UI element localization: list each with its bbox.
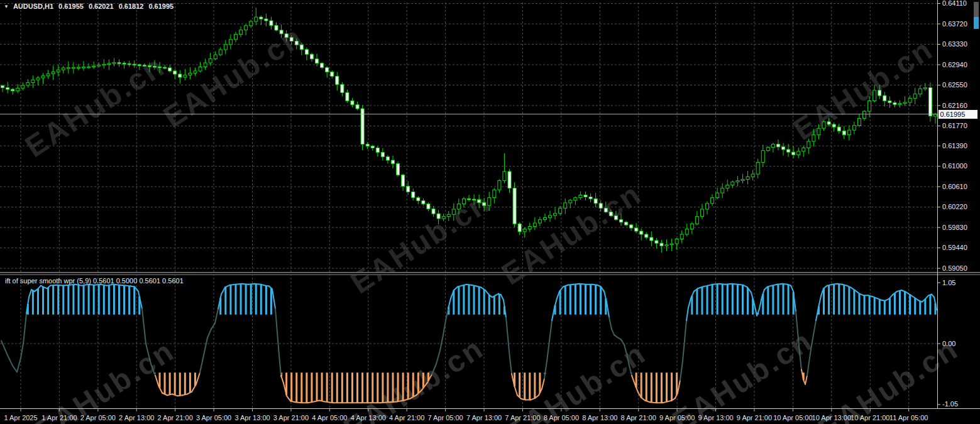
indicator-label: ift of super smooth wpr (5,9) 0.5601 0.5… <box>5 277 184 285</box>
price-axis-border <box>937 0 938 409</box>
price-axis-label: 0.63330 <box>942 40 967 48</box>
scrollbar-track[interactable] <box>974 2 979 17</box>
indicator-scale-label: 1.05 <box>942 279 955 286</box>
price-axis-label: 0.60220 <box>942 203 967 210</box>
symbol-dropdown-icon[interactable]: ▼ <box>4 4 9 9</box>
time-axis-label: 11 Apr 05:00 <box>881 414 937 421</box>
current-price-badge: 0.61995 <box>939 110 977 119</box>
symbol-label: AUDUSD,H1 <box>13 3 53 10</box>
price-axis-label: 0.59050 <box>942 264 967 272</box>
price-axis-label: 0.62940 <box>942 61 967 68</box>
panel-separator[interactable] <box>0 272 980 275</box>
price-axis-label: 0.60610 <box>942 183 967 190</box>
time-axis-border <box>0 408 980 409</box>
chart-canvas[interactable] <box>0 0 980 424</box>
price-axis-label: 0.61390 <box>942 142 967 149</box>
price-axis-label: 0.61770 <box>942 122 967 129</box>
ohlc-close: 0.61995 <box>148 3 173 10</box>
price-axis-label: 0.62550 <box>942 81 967 89</box>
price-axis-label: 0.62160 <box>942 102 967 109</box>
price-axis-label: 0.63720 <box>942 20 967 28</box>
price-axis-label: 0.61000 <box>942 162 967 170</box>
ohlc-high: 0.62021 <box>89 3 114 10</box>
price-axis-label: 0.64110 <box>942 0 967 7</box>
price-axis-label: 0.59830 <box>942 224 967 231</box>
indicator-scale-label: 0.00 <box>942 340 955 347</box>
grid-layer <box>0 3 937 408</box>
ohlc-low: 0.61812 <box>119 3 144 10</box>
chart-title: ▼AUDUSD,H10.619550.620210.618120.61995 <box>4 3 173 10</box>
mt4-chart-window: EAHub.cnEAHub.cnEAHub.cnEAHub.cnEAHub.cn… <box>0 0 980 424</box>
ohlc-open: 0.61955 <box>58 3 84 10</box>
price-axis-label: 0.59440 <box>942 244 967 251</box>
scrollbar-thumb[interactable] <box>974 17 979 29</box>
indicator-scale-label: -1.05 <box>942 400 958 408</box>
